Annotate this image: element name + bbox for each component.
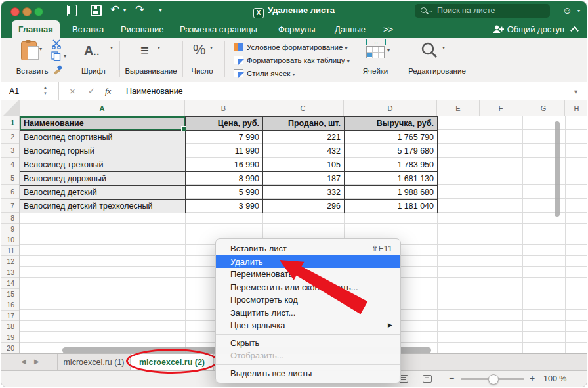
row-header[interactable]: 10 — [1, 234, 19, 246]
expand-formula-bar-icon[interactable]: ▼ — [573, 89, 579, 95]
close-button[interactable] — [10, 7, 20, 16]
feedback-smiley-icon[interactable]: ☺ — [562, 5, 572, 16]
row-header[interactable]: 8 — [1, 213, 19, 224]
row-header[interactable]: 7 — [1, 199, 19, 213]
zoom-out-icon[interactable]: − — [449, 373, 454, 383]
cell-b1[interactable]: Цена, руб. — [186, 117, 263, 131]
editing-search-icon[interactable] — [420, 41, 438, 60]
paste-icon[interactable] — [21, 41, 37, 60]
column-header-d[interactable]: D — [344, 100, 437, 116]
cell-styles-button[interactable]: Стили ячеек ▾ — [234, 68, 350, 81]
paste-dropdown-icon[interactable]: ▾ — [39, 46, 42, 52]
menu-item-view-code[interactable]: Просмотреть код — [216, 293, 400, 307]
row-header[interactable]: 2 — [1, 130, 19, 144]
name-box[interactable]: A1 — [1, 82, 59, 100]
row-header[interactable]: 19 — [1, 332, 19, 343]
menu-item-move-or-copy[interactable]: Переместить или скопировать... — [216, 281, 400, 294]
font-dropdown-icon[interactable]: ▾ — [110, 45, 113, 51]
enter-icon[interactable]: ✓ — [88, 82, 95, 100]
format-as-table-button[interactable]: Форматировать как таблицу ▾ — [234, 54, 350, 68]
cell-c1[interactable]: Продано, шт. — [263, 117, 345, 131]
column-header-e[interactable]: E — [437, 100, 480, 116]
cell[interactable]: 332 — [263, 186, 345, 200]
cells-label[interactable]: Ячейки — [356, 67, 395, 75]
feedback-caret-icon[interactable]: ▾ — [578, 8, 580, 14]
sheet-tab-1[interactable]: microexcel.ru (1) — [58, 354, 130, 371]
number-icon[interactable]: % — [193, 41, 206, 58]
cell[interactable]: Велосипед трековый — [20, 158, 186, 172]
name-box-spinner[interactable]: ▲▼ — [43, 85, 47, 97]
tab-insert[interactable]: Вставка — [66, 20, 110, 38]
tab-overflow[interactable]: >> — [377, 20, 400, 38]
menu-item-select-all-sheets[interactable]: Выделить все листы — [216, 367, 400, 380]
row-header[interactable]: 18 — [1, 321, 19, 332]
save-icon[interactable] — [91, 5, 102, 16]
search-scope-caret-icon[interactable]: ⌄ — [429, 4, 433, 18]
row-header[interactable]: 16 — [1, 299, 19, 311]
cell[interactable]: 11 990 — [186, 144, 263, 158]
cell[interactable]: 8 990 — [186, 172, 263, 186]
cell-d1[interactable]: Выручка, руб. — [345, 117, 438, 131]
menu-item-insert-sheet[interactable]: Вставить лист⇧F11 — [216, 242, 400, 255]
menu-item-rename[interactable]: Переименовать — [216, 268, 400, 281]
cell[interactable]: 3 990 — [186, 200, 263, 213]
collapse-ribbon-icon[interactable] — [570, 26, 579, 35]
cell[interactable]: Велосипед детский трехколесный — [20, 200, 186, 213]
column-header-a[interactable]: A — [20, 100, 185, 116]
zoom-level[interactable]: 100 % — [543, 374, 566, 383]
tab-page-layout[interactable]: Разметка страницы — [173, 20, 264, 38]
cell[interactable]: 7 990 — [186, 131, 263, 144]
tab-draw[interactable]: Рисование — [114, 20, 170, 38]
cell[interactable]: 1 681 130 — [345, 172, 438, 186]
row-header[interactable]: 14 — [1, 278, 19, 289]
font-label[interactable]: Шрифт — [72, 67, 116, 75]
cell[interactable]: 105 — [263, 158, 345, 172]
row-header[interactable]: 13 — [1, 267, 19, 278]
cells-icon[interactable] — [366, 46, 385, 58]
next-sheet-icon[interactable]: ▶ — [34, 358, 39, 365]
formula-value[interactable]: Наименование — [126, 82, 183, 100]
minimize-button[interactable] — [22, 7, 32, 16]
menu-item-delete[interactable]: Удалить — [216, 255, 400, 269]
row-header[interactable]: 20 — [1, 343, 19, 353]
row-header[interactable]: 4 — [1, 158, 19, 171]
row-header[interactable]: 15 — [1, 289, 19, 300]
fx-icon[interactable]: fx — [105, 82, 111, 100]
cell[interactable]: Велосипед спортивный — [20, 131, 186, 144]
prev-sheet-icon[interactable]: ◀ — [21, 358, 26, 365]
column-header-g[interactable]: G — [522, 100, 565, 116]
cell[interactable]: 1 988 680 — [345, 186, 438, 200]
cell[interactable]: 16 990 — [186, 158, 263, 172]
row-header[interactable]: 17 — [1, 311, 19, 322]
copy-icon[interactable] — [51, 51, 61, 61]
undo-icon[interactable]: ↶ — [110, 3, 119, 16]
font-icon[interactable]: А.. — [84, 43, 100, 58]
zoom-window-button[interactable] — [34, 7, 43, 16]
row-header[interactable]: 12 — [1, 256, 19, 267]
redo-icon[interactable]: ↷ — [135, 3, 144, 16]
page-layout-view-icon[interactable] — [423, 375, 432, 383]
cell[interactable]: Велосипед горный — [20, 144, 186, 158]
column-header-h[interactable]: H — [565, 100, 587, 116]
tab-formulas[interactable]: Формулы — [272, 20, 322, 38]
column-header-c[interactable]: C — [262, 100, 344, 116]
alignment-label[interactable]: Выравнивание — [123, 67, 178, 75]
row-header[interactable]: 11 — [1, 246, 19, 257]
row-header[interactable]: 9 — [1, 224, 19, 235]
tab-data[interactable]: Данные — [328, 20, 372, 38]
cell[interactable]: 221 — [263, 131, 345, 144]
paste-label[interactable]: Вставить — [10, 67, 54, 75]
undo-dropdown-icon[interactable]: ▾ — [123, 7, 126, 13]
number-label[interactable]: Число — [182, 67, 222, 75]
cell[interactable]: 5 179 680 — [345, 144, 438, 158]
menu-item-tab-color[interactable]: Цвет ярлычка▶ — [216, 319, 400, 332]
tab-home[interactable]: Главная — [12, 20, 60, 38]
cell[interactable]: Велосипед детский — [20, 186, 186, 200]
search-field[interactable]: ⌄ Поиск на листе — [415, 4, 550, 18]
alignment-icon[interactable]: ≡ — [140, 42, 149, 59]
number-dropdown-icon[interactable]: ▾ — [210, 45, 213, 51]
zoom-in-icon[interactable]: + — [530, 373, 535, 383]
editing-dropdown-icon[interactable]: ▾ — [442, 45, 445, 51]
active-cell-selection[interactable] — [20, 116, 185, 130]
cell[interactable]: 1 181 040 — [345, 200, 438, 213]
